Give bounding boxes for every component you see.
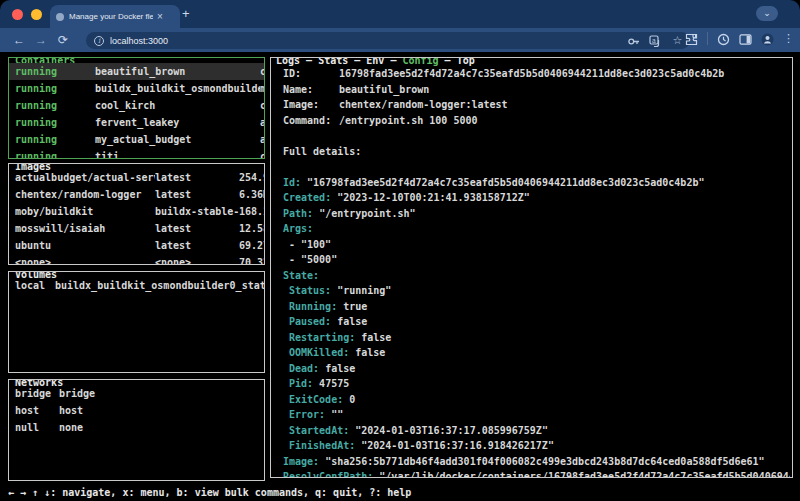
tab-favicon-icon — [56, 13, 64, 21]
cell: 6.36MB — [239, 186, 264, 203]
detail-key: Args: — [283, 223, 313, 234]
detail-value: false — [331, 316, 367, 327]
container-row[interactable]: runningbuildx_buildkit_osmondbuilder0mob — [9, 80, 264, 97]
volumes-rows: localbuildx_buildkit_osmondbuilder0_stat… — [9, 277, 264, 372]
cell: host — [15, 402, 59, 419]
address-bar[interactable]: i localhost:3000 a ☆ — [86, 32, 690, 49]
side-panel-icon[interactable] — [739, 32, 752, 45]
container-row[interactable]: runningbeautiful_brownche — [9, 63, 264, 80]
detail-value: "16798fad3ee5d2f4d72a4c7c35eafd5b5d04069… — [301, 177, 704, 188]
container-row[interactable]: runningcool_kirchche — [9, 97, 264, 114]
cell: cool_kirch — [95, 97, 260, 114]
back-button[interactable]: ← — [8, 33, 30, 47]
tab-separator: — — [300, 57, 318, 66]
image-row[interactable]: actualbudget/actual-serverlatest254.96 — [9, 169, 264, 186]
summary-key: Image: — [283, 97, 339, 113]
image-row[interactable]: mosswill/isaiahlatest12.58M — [9, 220, 264, 237]
detail-key: Pid: — [289, 378, 313, 389]
cell: null — [15, 419, 59, 436]
cell: 70.33M — [239, 254, 264, 265]
reload-button[interactable]: ⟳ — [52, 33, 74, 47]
detail-line: StartedAt: "2024-01-03T16:37:17.08599675… — [283, 423, 790, 439]
cell: actualbudget/actual-server — [15, 169, 155, 186]
volume-row[interactable]: localbuildx_buildkit_osmondbuilder0_stat… — [9, 277, 264, 294]
tab-search-chevron-icon[interactable]: ⌄ — [756, 6, 778, 21]
forward-button[interactable]: → — [30, 33, 52, 47]
cell: <none> — [15, 254, 155, 265]
detail-value: "/entrypoint.sh" — [313, 208, 415, 219]
summary-value: /entrypoint.sh 100 5000 — [339, 115, 477, 126]
cell: moby/buildkit — [15, 203, 155, 220]
detail-key: StartedAt: — [289, 425, 349, 436]
inspector-tab-stats[interactable]: Stats — [318, 57, 348, 66]
cell: mosswill/isaiah — [15, 220, 155, 237]
detail-line: Path: "/entrypoint.sh" — [283, 206, 790, 222]
detail-line: Status: "running" — [283, 283, 790, 299]
tab-close-icon[interactable]: × — [157, 11, 163, 22]
detail-line: Restarting: false — [283, 330, 790, 346]
image-row[interactable]: chentex/random-loggerlatest6.36MB — [9, 186, 264, 203]
detail-line: Dead: false — [283, 361, 790, 377]
summary-key: Name: — [283, 82, 339, 98]
network-row[interactable]: bridgebridge — [9, 385, 264, 402]
cell: chentex/random-logger — [15, 186, 155, 203]
network-row[interactable]: nullnone — [9, 419, 264, 436]
container-row[interactable]: runningfervent_leakeyact — [9, 114, 264, 131]
container-row[interactable]: runningtitiche — [9, 148, 264, 159]
cell: beautiful_brown — [95, 63, 260, 80]
cell: fervent_leakey — [95, 114, 260, 131]
detail-key: Created: — [283, 192, 331, 203]
inspector-tab-top[interactable]: Top — [457, 57, 475, 66]
detail-value: "sha256:5b771db46f4add301f04f006082c499e… — [319, 456, 765, 467]
extensions-puzzle-icon[interactable] — [685, 32, 698, 45]
detail-text: - "5000" — [289, 254, 337, 265]
inspector-tabs: Logs — Stats — Env — Config — Top — [276, 57, 475, 66]
browser-window: Manage your Docker fleet wi × + ⌄ ← → ⟳ … — [0, 0, 800, 501]
profile-avatar[interactable] — [761, 32, 774, 45]
cell: running — [15, 80, 95, 97]
translate-icon[interactable]: a — [649, 34, 662, 47]
detail-line: - "100" — [283, 237, 790, 253]
new-tab-button[interactable]: + — [182, 7, 190, 20]
image-row[interactable]: moby/buildkitbuildx-stable-1168.13 — [9, 203, 264, 220]
extension-badge-icon[interactable] — [717, 32, 730, 45]
image-row[interactable]: ubuntulatest69.27M — [9, 237, 264, 254]
inspector-tab-env[interactable]: Env — [366, 57, 384, 66]
inspector-tab-logs[interactable]: Logs — [276, 57, 300, 66]
detail-line: Error: "" — [283, 407, 790, 423]
image-row[interactable]: <none><none>70.33M — [9, 254, 264, 265]
volumes-panel: Volumes localbuildx_buildkit_osmondbuild… — [8, 271, 265, 373]
bookmark-star-icon[interactable]: ☆ — [671, 34, 684, 47]
tab-separator: — — [384, 57, 402, 66]
close-window-button[interactable] — [12, 9, 23, 20]
cell: buildx_buildkit_osmondbuilder0_state — [55, 277, 264, 294]
cell: running — [15, 63, 95, 80]
detail-key: Running: — [289, 301, 337, 312]
site-info-icon[interactable]: i — [94, 36, 104, 46]
cell: running — [15, 131, 95, 148]
network-row[interactable]: hosthost — [9, 402, 264, 419]
detail-value: false — [355, 332, 391, 343]
detail-value: 47575 — [313, 378, 349, 389]
cell: none — [59, 419, 83, 436]
cell: act — [260, 114, 264, 131]
summary-line: Image:chentex/random-logger:latest — [283, 97, 790, 113]
svg-text:a: a — [652, 37, 656, 44]
detail-line: FinishedAt: "2024-01-03T16:37:16.9184262… — [283, 438, 790, 454]
browser-tab[interactable]: Manage your Docker fleet wi × — [50, 5, 180, 28]
inspector-tab-config[interactable]: Config — [402, 57, 438, 66]
container-row[interactable]: runningmy_actual_budgetact — [9, 131, 264, 148]
detail-key: FinishedAt: — [289, 440, 355, 451]
password-key-icon[interactable] — [627, 34, 640, 47]
cell: local — [15, 277, 55, 294]
detail-line: ExitCode: 0 — [283, 392, 790, 408]
cell: 168.13 — [239, 203, 264, 220]
detail-key: ExitCode: — [289, 394, 343, 405]
containers-panel: Containers runningbeautiful_browncherunn… — [8, 57, 265, 159]
detail-value: "running" — [331, 285, 391, 296]
minimize-window-button[interactable] — [31, 9, 42, 20]
isaiah-terminal: Containers runningbeautiful_browncherunn… — [0, 52, 800, 501]
detail-key: Status: — [289, 285, 331, 296]
browser-menu-icon[interactable]: ⋮ — [783, 32, 794, 45]
detail-line: Pid: 47575 — [283, 376, 790, 392]
